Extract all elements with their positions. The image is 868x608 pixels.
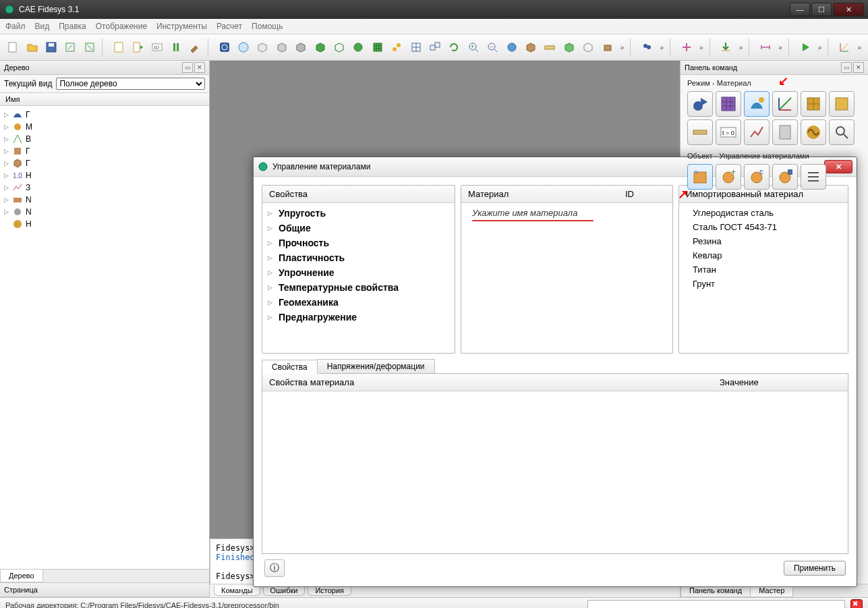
axis-icon[interactable] bbox=[836, 38, 853, 57]
list-item[interactable]: Грунт bbox=[683, 277, 844, 291]
toolbar-overflow-3[interactable]: » bbox=[697, 44, 706, 51]
prop-group[interactable]: ▷Упрочнение bbox=[266, 265, 451, 280]
stop-button[interactable] bbox=[850, 599, 863, 608]
mode-t0-button[interactable]: t = 0 bbox=[716, 119, 741, 145]
menu-tools[interactable]: Инструменты bbox=[156, 22, 207, 31]
menu-edit[interactable]: Правка bbox=[59, 22, 86, 31]
run-button[interactable] bbox=[796, 38, 813, 57]
dock-close-button[interactable]: ✕ bbox=[194, 62, 205, 73]
mode-search-button[interactable] bbox=[829, 119, 855, 145]
plus-icon[interactable] bbox=[678, 38, 695, 57]
maximize-button[interactable]: ☐ bbox=[811, 3, 832, 16]
globe-button[interactable] bbox=[235, 38, 252, 57]
grid-icon[interactable] bbox=[407, 38, 424, 57]
toolbar-overflow-4[interactable]: » bbox=[736, 44, 746, 51]
minimize-button[interactable]: — bbox=[790, 3, 810, 16]
node-icon[interactable] bbox=[388, 38, 405, 57]
object-list-button[interactable] bbox=[801, 164, 826, 190]
tree-tab[interactable]: Дерево bbox=[0, 570, 43, 582]
rotate-button[interactable] bbox=[215, 38, 233, 57]
menu-file[interactable]: Файл bbox=[5, 22, 26, 31]
users-icon[interactable] bbox=[638, 38, 656, 57]
prop-group[interactable]: ▷Прочность bbox=[266, 236, 451, 250]
close-button[interactable]: ✕ bbox=[833, 3, 864, 16]
zoom-out-icon[interactable]: − bbox=[484, 38, 501, 57]
dimension-icon[interactable] bbox=[757, 38, 774, 57]
material-list[interactable]: Укажите имя материала bbox=[461, 203, 672, 353]
prop-group[interactable]: ▷Пластичность bbox=[266, 250, 451, 265]
world-icon[interactable] bbox=[502, 38, 520, 57]
toolbar-overflow-6[interactable]: » bbox=[815, 44, 825, 51]
prop-group[interactable]: ▷Температурные свойства bbox=[266, 280, 451, 295]
hammer-icon[interactable] bbox=[186, 38, 204, 57]
mode-calc-button[interactable] bbox=[772, 119, 798, 145]
prop-group[interactable]: ▷Упругость bbox=[266, 206, 451, 221]
console-tab-commands[interactable]: Команды bbox=[214, 586, 260, 596]
mode-mesh-button[interactable] bbox=[716, 91, 741, 117]
box1-icon[interactable] bbox=[254, 38, 271, 57]
id-button[interactable]: ID bbox=[148, 38, 165, 57]
mode-geometry-button[interactable] bbox=[687, 91, 713, 117]
toolbar-overflow-7[interactable]: » bbox=[855, 44, 864, 51]
object-material-mgmt-button[interactable] bbox=[687, 164, 713, 190]
new-button[interactable] bbox=[4, 38, 22, 57]
object-sphere3-button[interactable] bbox=[772, 164, 798, 190]
prop-group[interactable]: ▷Геомеханика bbox=[266, 295, 451, 310]
list-item[interactable]: Титан bbox=[683, 262, 844, 277]
pause-button[interactable] bbox=[167, 38, 185, 57]
property-groups-list[interactable]: ▷Упругость ▷Общие ▷Прочность ▷Пластичнос… bbox=[262, 203, 455, 353]
sphere-icon[interactable] bbox=[349, 38, 367, 57]
play-script-button[interactable] bbox=[129, 38, 146, 57]
apply-button[interactable]: Применить bbox=[784, 561, 846, 576]
prop-group[interactable]: ▷Преднагружение bbox=[266, 310, 451, 325]
box-solid-icon[interactable] bbox=[522, 38, 540, 57]
list-item[interactable]: Сталь ГОСТ 4543-71 bbox=[683, 220, 844, 234]
dock-close-button[interactable]: ✕ bbox=[853, 62, 864, 73]
mode-axes-button[interactable] bbox=[772, 91, 798, 117]
dock-float-button[interactable]: ▭ bbox=[182, 62, 193, 73]
imported-material-list[interactable]: Углеродистая сталь Сталь ГОСТ 4543-71 Ре… bbox=[679, 203, 848, 353]
box-green2-icon[interactable] bbox=[330, 38, 348, 57]
tab-stress-strain[interactable]: Напряжения/деформации bbox=[317, 359, 435, 373]
box-small-icon[interactable] bbox=[598, 38, 616, 57]
menu-display[interactable]: Отображение bbox=[96, 22, 147, 31]
ruler-icon[interactable] bbox=[541, 38, 558, 57]
toolbar-overflow-1[interactable]: » bbox=[618, 44, 627, 51]
box3-icon[interactable] bbox=[292, 38, 310, 57]
console-tab-history[interactable]: История bbox=[308, 586, 351, 596]
tab-properties[interactable]: Свойства bbox=[262, 360, 318, 374]
box2-icon[interactable] bbox=[273, 38, 291, 57]
script-button[interactable] bbox=[110, 38, 127, 57]
scale-icon[interactable] bbox=[426, 38, 444, 57]
list-item[interactable]: Углеродистая сталь bbox=[683, 206, 844, 220]
list-item[interactable]: Резина bbox=[683, 234, 844, 248]
mode-graph-button[interactable] bbox=[744, 119, 770, 145]
menu-view[interactable]: Вид bbox=[35, 22, 50, 31]
zoom-in-icon[interactable]: + bbox=[465, 38, 482, 57]
download-icon[interactable] bbox=[717, 38, 734, 57]
box-green1-icon[interactable] bbox=[311, 38, 328, 57]
mesh1-icon[interactable] bbox=[369, 38, 386, 57]
toolbar-overflow-2[interactable]: » bbox=[657, 44, 666, 51]
list-item[interactable]: Кевлар bbox=[683, 248, 844, 262]
menu-calc[interactable]: Расчет bbox=[216, 22, 242, 31]
menu-help[interactable]: Помощь bbox=[252, 22, 283, 31]
prop-group[interactable]: ▷Общие bbox=[266, 221, 451, 236]
edit2-button[interactable] bbox=[81, 38, 98, 57]
dock-float-button[interactable]: ▭ bbox=[841, 62, 852, 73]
toolbar-overflow-5[interactable]: » bbox=[776, 44, 785, 51]
viewport[interactable]: ✕ Fidesys> undo group end Finished Comma… bbox=[210, 61, 680, 597]
object-sphere1-button[interactable]: + bbox=[716, 164, 741, 190]
cube-color-icon[interactable] bbox=[560, 38, 578, 57]
mode-bar-button[interactable] bbox=[687, 119, 713, 145]
save-button[interactable] bbox=[42, 38, 60, 57]
view-select[interactable]: Полное дерево bbox=[56, 78, 205, 90]
open-button[interactable] bbox=[23, 38, 40, 57]
mode-grid2-button[interactable] bbox=[829, 91, 855, 117]
edit1-button[interactable] bbox=[61, 38, 79, 57]
tree-view[interactable]: ▷Г ▷М ▷В ▷Г ▷Г ▷1.0Н ▷З ▷N ▷N Н bbox=[0, 106, 209, 569]
info-button[interactable]: ⓘ bbox=[264, 559, 285, 577]
material-name-input[interactable]: Укажите имя материала bbox=[465, 206, 668, 220]
mode-material-button[interactable] bbox=[744, 91, 770, 117]
console-tab-errors[interactable]: Ошибки bbox=[263, 586, 306, 596]
